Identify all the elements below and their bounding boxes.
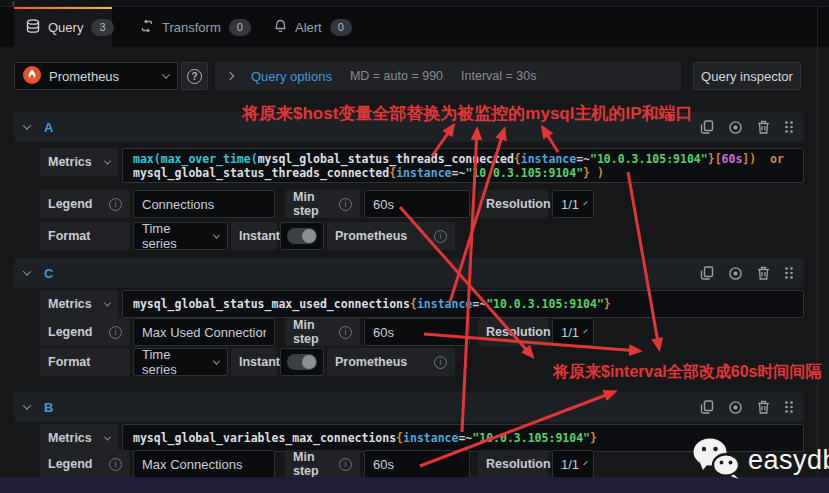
delete-query-icon[interactable] — [757, 400, 770, 414]
tab-query[interactable]: Query 3 — [14, 7, 112, 47]
format-label: Format — [40, 222, 130, 250]
drag-query-icon[interactable] — [784, 266, 794, 280]
duplicate-query-icon[interactable] — [700, 120, 714, 134]
info-icon: i — [339, 326, 352, 339]
collapse-chevron-icon[interactable] — [23, 267, 31, 275]
metrics-dropdown[interactable]: Metrics — [40, 290, 118, 318]
resolution-label: Resolution — [478, 190, 548, 218]
query-options-bar[interactable]: Query options MD = auto = 990 Interval =… — [215, 62, 681, 90]
query-count-badge: 3 — [91, 19, 113, 36]
query-ref-label: B — [44, 400, 53, 415]
tab-alert[interactable]: Alert 0 — [262, 7, 364, 47]
engine-label: Prometheusi — [327, 222, 455, 250]
delete-query-icon[interactable] — [757, 120, 770, 134]
datasource-help-button[interactable]: ? — [181, 62, 208, 90]
tab-label: Transform — [162, 20, 221, 35]
legend-input[interactable] — [133, 190, 275, 218]
min-step-input[interactable] — [364, 450, 470, 478]
panel-top-strip — [0, 0, 829, 7]
resolution-label: Resolution — [478, 450, 548, 478]
resolution-select[interactable]: 1/1 — [552, 318, 594, 346]
transform-count-badge: 0 — [229, 19, 251, 36]
datasource-name: Prometheus — [49, 69, 119, 84]
transform-icon — [140, 19, 154, 36]
info-icon: i — [339, 458, 352, 471]
legend-label: Legendi — [40, 190, 130, 218]
legend-input[interactable] — [133, 450, 275, 478]
tab-label: Query — [48, 20, 83, 35]
instant-toggle[interactable] — [280, 348, 324, 376]
info-icon: i — [109, 326, 122, 339]
right-edge-divider — [817, 7, 818, 477]
chevron-right-icon — [226, 72, 234, 80]
query-header-C[interactable]: C — [14, 258, 804, 288]
duplicate-query-icon[interactable] — [700, 266, 714, 280]
prometheus-flame-icon — [23, 66, 41, 87]
instant-label: Instant — [231, 222, 277, 250]
info-icon: i — [109, 458, 122, 471]
query-ref-label: A — [44, 120, 53, 135]
info-icon: i — [434, 230, 447, 243]
collapse-chevron-icon[interactable] — [23, 121, 31, 129]
legend-label: Legendi — [40, 318, 130, 346]
query-inspector-button[interactable]: Query inspector — [693, 62, 801, 90]
min-step-label: Min stepi — [285, 190, 360, 218]
help-circle-icon: ? — [187, 69, 202, 84]
format-select[interactable]: Time series — [133, 222, 228, 250]
min-step-label: Min stepi — [285, 450, 360, 478]
resolution-select[interactable]: 1/1 — [552, 450, 594, 478]
bell-icon — [274, 19, 287, 36]
datasource-picker[interactable]: Prometheus — [14, 62, 178, 90]
legend-input[interactable] — [133, 318, 275, 346]
legend-label: Legendi — [40, 450, 130, 478]
md-info: MD = auto = 990 — [350, 69, 443, 83]
query-ref-label: C — [44, 266, 53, 281]
metrics-dropdown[interactable]: Metrics — [40, 148, 118, 176]
watermark-text: easydb — [748, 445, 829, 476]
info-icon: i — [109, 198, 122, 211]
chevron-down-icon — [162, 70, 170, 78]
delete-query-icon[interactable] — [757, 266, 770, 280]
drag-query-icon[interactable] — [784, 120, 794, 134]
engine-label: Prometheusi — [327, 348, 455, 376]
query-expression-input[interactable]: mysql_global_status_max_used_connections… — [122, 290, 804, 318]
disable-query-icon[interactable] — [728, 400, 743, 415]
disable-query-icon[interactable] — [728, 266, 743, 281]
drag-query-icon[interactable] — [784, 400, 794, 414]
metrics-dropdown[interactable]: Metrics — [40, 424, 118, 452]
duplicate-query-icon[interactable] — [700, 400, 714, 414]
instant-label: Instant — [231, 348, 277, 376]
query-options-link[interactable]: Query options — [251, 69, 332, 84]
disable-query-icon[interactable] — [728, 120, 743, 135]
tab-bar: Query 3 Transform 0 Alert 0 — [0, 7, 829, 47]
info-icon: i — [434, 356, 447, 369]
min-step-input[interactable] — [364, 190, 470, 218]
tab-transform[interactable]: Transform 0 — [128, 7, 263, 47]
alert-count-badge: 0 — [330, 19, 352, 36]
query-header-B[interactable]: B — [14, 392, 804, 422]
query-expression-input[interactable]: max(max_over_time(mysql_global_status_th… — [122, 148, 804, 183]
info-icon: i — [339, 198, 352, 211]
interval-info: Interval = 30s — [461, 69, 536, 83]
collapse-chevron-icon[interactable] — [23, 401, 31, 409]
grafana-query-editor: Query 3 Transform 0 Alert 0 — [0, 0, 829, 493]
easydb-watermark: easydb — [690, 436, 829, 484]
query-header-A[interactable]: A — [14, 112, 804, 142]
min-step-label: Min stepi — [285, 318, 360, 346]
min-step-input[interactable] — [364, 318, 470, 346]
resolution-select[interactable]: 1/1 — [552, 190, 594, 218]
format-label: Format — [40, 348, 130, 376]
tab-label: Alert — [295, 20, 322, 35]
wechat-icon — [690, 436, 742, 484]
database-icon — [26, 19, 40, 36]
resolution-label: Resolution — [478, 318, 548, 346]
instant-toggle[interactable] — [280, 222, 324, 250]
format-select[interactable]: Time series — [133, 348, 228, 376]
